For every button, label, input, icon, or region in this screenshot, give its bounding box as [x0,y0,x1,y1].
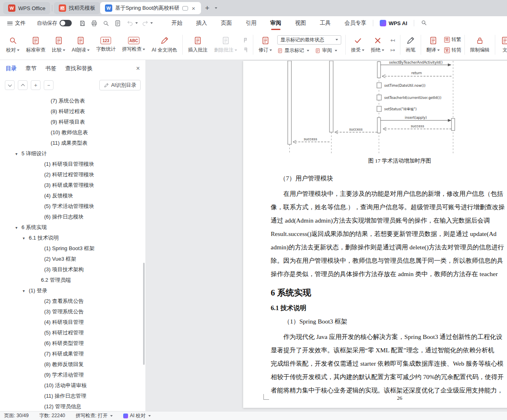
tab-list-caret-icon[interactable] [215,7,217,9]
tab-wps-home[interactable]: W WPS Office [3,2,50,14]
to-traditional-button[interactable]: 简 转繁 [444,36,461,44]
track-changes-button[interactable]: 修订 [256,32,275,58]
to-simplified-button[interactable]: 繁 转简 [444,46,461,54]
toc-item[interactable]: ▾ (3) 项目技术架构 [0,264,145,275]
toc-item[interactable]: ▾ (4) 反馈模块 [0,191,145,201]
toc-item[interactable]: ▾ (10) 活动申请审核 [0,380,145,391]
redo-caret-icon[interactable] [150,22,153,24]
toc-item[interactable]: ▾ (9) 学术活动管理 [0,370,145,380]
toc-item[interactable]: ▾ 6 系统实现 [0,222,145,233]
collapse-all-button[interactable] [5,80,15,90]
spellcheck-status[interactable]: 拼写检查: 打开 [76,412,113,419]
toc-item[interactable]: ▾ (10) 教师信息表 [0,127,145,138]
promote-heading-button[interactable]: ＋ [31,80,41,90]
accept-button[interactable]: 接受 [348,32,367,58]
demote-heading-button[interactable]: － [44,80,53,90]
compare-button[interactable]: 比较 [49,32,68,58]
tab-document[interactable]: W 基于Spring Boot的高校科研 × [100,2,201,14]
toc-item[interactable]: ▾ (8) 教师反馈回复 [0,359,145,370]
word-count-button[interactable]: 123 字数统计 [93,32,118,58]
insert-comment-button[interactable]: 插入批注 [185,32,210,58]
ai-read-aloud-button[interactable]: AI朗读 [69,32,92,58]
nav-pane-tab[interactable]: 查找和替换 [65,65,93,72]
toc-item[interactable]: ▾ (2) 科研过程管理模块 [0,169,145,180]
print-icon[interactable] [91,20,98,27]
print-preview-icon[interactable] [103,20,109,27]
ribbon-tab[interactable]: 工具 [320,16,331,30]
restrict-editing-button[interactable]: 限制编辑 [467,32,492,58]
document-area[interactable]: selectByTeacherAndActivityId() return se… [146,60,507,411]
autosave-toggle[interactable] [60,20,72,26]
ribbon-tab[interactable]: 插入 [196,16,207,30]
redo-icon[interactable] [142,20,148,26]
toc-item[interactable]: ▾ (4) 科研项目管理 [0,317,145,328]
ribbon-tab[interactable]: 引用 [246,16,257,30]
translate-button[interactable]: 翻译 [424,32,443,58]
brush-button[interactable]: 画笔 [403,32,418,58]
toc-item[interactable]: ▾ (2) Vue3 框架 [0,254,145,264]
expand-all-button[interactable] [18,80,28,90]
toc-expand-icon[interactable]: ▾ [15,225,21,230]
toc-item[interactable]: ▾ (6) 科研类型管理 [0,338,145,349]
toc-item[interactable]: ▾ (1) 登录 [0,285,145,296]
toc-item[interactable]: ▾ (3) 管理系统公告 [0,306,145,317]
nav-pane-tab[interactable]: 章节 [26,65,36,72]
page-indicator[interactable]: 页面: 30/49 [4,412,29,419]
toc-scrollbar[interactable] [143,263,145,365]
undo-icon[interactable] [127,20,133,26]
toc-item[interactable]: ▾ (2) 查看系统公告 [0,296,145,306]
ribbon-tab[interactable]: 审阅 [270,16,281,30]
reviewing-pane-button[interactable]: 审阅 [315,47,337,55]
document-page[interactable]: selectByTeacherAndActivityId() return se… [243,61,507,408]
toc-item[interactable]: ▾ 6.1 技术说明 [0,233,145,243]
proofread-button[interactable]: 校对 [3,32,22,58]
ribbon-tab[interactable]: 页面 [221,16,232,30]
ai-proofread-status[interactable]: AI 校对 [123,412,151,419]
save-icon[interactable] [79,20,86,27]
show-markup-button[interactable]: 显示标记 [277,47,309,55]
toc-item[interactable]: ▾ (11) 操作日志管理 [0,391,145,401]
ai-polish-button[interactable]: AI 全文润色 [149,32,180,58]
toc-item[interactable]: ▾ (5) 科研过程管理 [0,328,145,338]
close-tab-icon[interactable]: × [191,5,196,12]
ribbon-tab[interactable]: 会员专享 [344,16,366,30]
standard-review-button[interactable]: 标准审查 [23,32,48,58]
word-count-indicator[interactable]: 字数: 22240 [39,412,65,419]
toc-expand-icon[interactable]: ▾ [15,152,21,156]
spell-check-button[interactable]: ABC 拼写检查 [119,32,148,58]
toc-item[interactable]: ▾ (1) Spring Boot3 框架 [0,243,145,254]
previous-revision-button[interactable]: ↤ [389,36,397,44]
ribbon-tab[interactable]: 视图 [295,16,306,30]
toc-item[interactable]: ▾ (11) 成果类型表 [0,138,145,148]
previous-comment-button[interactable] [242,36,250,44]
toc-item[interactable]: ▾ (8) 科研过程表 [0,106,145,117]
undo-caret-icon[interactable] [135,22,138,24]
toc-item[interactable]: ▾ (6) 操作日志模块 [0,212,145,222]
toc-expand-icon[interactable]: ▾ [23,289,28,293]
close-pane-icon[interactable]: × [136,65,140,72]
new-tab-button[interactable]: + [201,4,214,13]
reject-button[interactable]: 拒绝 [368,32,387,58]
ribbon-tab[interactable]: 开始 [171,16,182,30]
toc-item[interactable]: ▾ 6.2 管理员端 [0,275,145,285]
toc-item[interactable]: ▾ (9) 科研项目表 [0,117,145,127]
toc-item[interactable]: ▾ (7) 系统公告表 [0,96,145,106]
document-authentication-button[interactable]: 文 [498,32,507,58]
toc-item[interactable]: ▾ (3) 科研成果管理模块 [0,180,145,191]
file-menu-button[interactable]: 文件 [5,19,28,27]
markup-state-select[interactable]: 显示标记的最终状态 [277,35,341,45]
toc-item[interactable]: ▾ 5 详细设计 [0,148,145,159]
toc-item[interactable]: ▾ (12) 管理员信息 [0,401,145,411]
toc-expand-icon[interactable]: ▾ [23,236,28,240]
delete-comment-button[interactable]: 删除批注 [211,32,240,58]
ai-recognize-toc-button[interactable]: AI识别目录 [99,80,141,90]
nav-pane-tab[interactable]: 目录 [6,65,17,72]
next-revision-button[interactable]: ↦ [389,46,397,54]
next-comment-button[interactable] [242,46,250,54]
toc-item[interactable]: ▾ (7) 科研成果管理 [0,349,145,359]
nav-pane-tab[interactable]: 书签 [45,65,56,72]
export-icon[interactable] [114,20,121,27]
toc-item[interactable]: ▾ (1) 科研项目管理模块 [0,159,145,169]
search-button[interactable] [421,19,427,27]
tab-docer-templates[interactable]: 稻 找稻壳模板 [54,2,100,14]
